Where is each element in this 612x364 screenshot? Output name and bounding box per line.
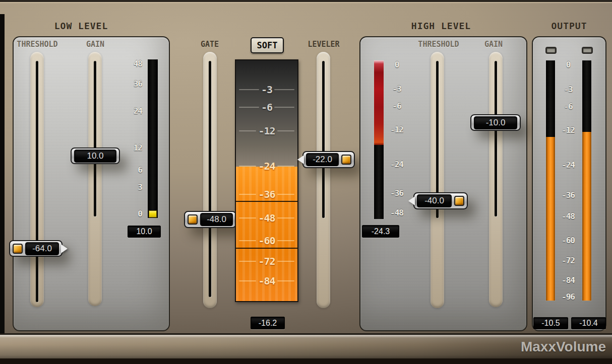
output-title: OUTPUT bbox=[519, 21, 612, 32]
low-meter-scale-6: 6 bbox=[120, 165, 142, 175]
output-readout-left: -10.5 bbox=[533, 317, 568, 329]
soft-scale-row: -6 bbox=[237, 102, 296, 113]
high-meter-scale-24: -24 bbox=[387, 160, 407, 170]
bottom-brand-bar: MaxxVolume bbox=[0, 335, 612, 358]
soft-button[interactable]: SOFT bbox=[251, 37, 284, 53]
maxxvolume-plugin-window: LOW LEVEL THRESHOLD GAIN 48 36 24 12 6 3… bbox=[0, 0, 612, 364]
low-threshold-led-button[interactable] bbox=[13, 244, 23, 254]
low-threshold-pointer-icon bbox=[61, 244, 68, 253]
low-level-meter bbox=[148, 59, 158, 218]
output-meter-right bbox=[582, 60, 591, 301]
output-panel bbox=[532, 36, 606, 331]
top-edge-highlight bbox=[0, 2, 612, 3]
output-meter-left bbox=[546, 60, 555, 301]
low-level-title: LOW LEVEL bbox=[31, 21, 132, 32]
output-clip-led-left[interactable] bbox=[545, 47, 557, 54]
gate-value-display: -48.0 bbox=[200, 213, 233, 226]
left-edge-strip bbox=[0, 14, 5, 335]
soft-scale-row: -12 bbox=[237, 125, 296, 136]
soft-meter-upper-region bbox=[236, 60, 297, 167]
low-meter-scale-48: 48 bbox=[120, 59, 142, 69]
leveler-pointer-icon bbox=[297, 155, 304, 164]
output-scale-72: -72 bbox=[556, 256, 580, 266]
low-meter-scale-24: 24 bbox=[120, 106, 142, 116]
high-gain-slider-groove bbox=[495, 61, 497, 216]
soft-scale-row: -72 bbox=[237, 256, 296, 267]
low-meter-scale-0: 0 bbox=[120, 209, 142, 219]
high-meter-scale-48: -48 bbox=[387, 208, 407, 218]
high-threshold-pointer-icon bbox=[408, 196, 415, 205]
low-level-meter-peak-marker bbox=[149, 210, 157, 217]
high-threshold-label: THRESHOLD bbox=[410, 40, 467, 49]
output-scale-0: 0 bbox=[556, 60, 580, 70]
high-meter-scale-36: -36 bbox=[387, 188, 407, 198]
bottom-edge-strip bbox=[0, 358, 612, 364]
low-gain-label: GAIN bbox=[80, 40, 110, 49]
low-gain-slider-groove bbox=[94, 61, 96, 216]
high-gain-value-display: -10.0 bbox=[474, 116, 517, 129]
low-meter-scale-12: 12 bbox=[120, 143, 142, 153]
high-gain-value-box[interactable]: -10.0 bbox=[470, 114, 521, 131]
gate-value-box[interactable]: -48.0 bbox=[184, 211, 236, 228]
high-meter-scale-12: -12 bbox=[387, 125, 407, 135]
high-meter-scale-0: 0 bbox=[387, 60, 407, 70]
soft-meter-marker-line-lower bbox=[236, 248, 297, 249]
low-meter-readout: 10.0 bbox=[128, 226, 161, 238]
high-level-meter bbox=[374, 60, 384, 219]
high-meter-scale-6: -6 bbox=[387, 101, 407, 111]
leveler-value-box[interactable]: -22.0 bbox=[302, 151, 355, 168]
output-meter-left-fill bbox=[546, 137, 555, 301]
soft-scale-row: -24 bbox=[237, 161, 296, 172]
output-scale-84: -84 bbox=[556, 275, 580, 285]
soft-meter-marker-line-upper bbox=[236, 201, 297, 202]
output-scale-24: -24 bbox=[556, 160, 580, 170]
brand-wordmark: MaxxVolume bbox=[521, 337, 606, 356]
low-meter-scale-3: 3 bbox=[120, 182, 142, 192]
output-clip-led-right[interactable] bbox=[582, 47, 593, 54]
soft-button-label: SOFT bbox=[257, 40, 278, 50]
output-scale-96: -96 bbox=[556, 292, 580, 302]
high-threshold-led-button[interactable] bbox=[454, 196, 464, 206]
low-threshold-value-box[interactable]: -64.0 bbox=[9, 240, 63, 257]
leveler-slider-groove bbox=[322, 61, 325, 218]
gate-slider-groove bbox=[209, 61, 211, 297]
output-scale-48: -48 bbox=[556, 211, 580, 222]
low-gain-value-display: 10.0 bbox=[74, 150, 116, 163]
gate-led-button[interactable] bbox=[188, 214, 198, 225]
leveler-led-button[interactable] bbox=[341, 155, 351, 165]
low-gain-value-box[interactable]: 10.0 bbox=[71, 148, 120, 164]
output-scale-36: -36 bbox=[556, 190, 580, 200]
leveler-value-display: -22.0 bbox=[306, 153, 339, 166]
soft-scale-row: -60 bbox=[237, 235, 296, 246]
output-scale-6: -6 bbox=[556, 102, 580, 112]
low-meter-scale-36: 36 bbox=[120, 79, 142, 89]
output-scale-60: -60 bbox=[556, 236, 580, 246]
low-threshold-label: THRESHOLD bbox=[9, 40, 66, 49]
soft-scale-row: -84 bbox=[237, 275, 296, 286]
leveler-label: LEVELER bbox=[301, 40, 346, 49]
output-scale-3: -3 bbox=[556, 85, 580, 95]
soft-scale-row: -48 bbox=[237, 212, 296, 224]
high-level-title: HIGH LEVEL bbox=[391, 21, 492, 32]
soft-scale-row: -36 bbox=[237, 189, 296, 200]
low-threshold-slider-groove bbox=[36, 61, 38, 302]
high-meter-scale-3: -3 bbox=[387, 84, 407, 94]
high-gain-label: GAIN bbox=[478, 40, 509, 49]
high-threshold-value-box[interactable]: -40.0 bbox=[413, 192, 468, 209]
soft-scale-row: -3 bbox=[237, 84, 296, 95]
soft-meter-readout: -16.2 bbox=[251, 317, 285, 329]
high-threshold-value-display: -40.0 bbox=[417, 194, 452, 207]
low-threshold-value-display: -64.0 bbox=[25, 242, 59, 255]
high-meter-readout: -24.3 bbox=[362, 225, 399, 238]
high-level-meter-fill bbox=[374, 60, 384, 145]
output-scale-12: -12 bbox=[556, 125, 580, 135]
gate-label: GATE bbox=[195, 40, 225, 49]
output-meter-right-fill bbox=[582, 132, 591, 301]
output-readout-right: -10.4 bbox=[571, 317, 606, 329]
